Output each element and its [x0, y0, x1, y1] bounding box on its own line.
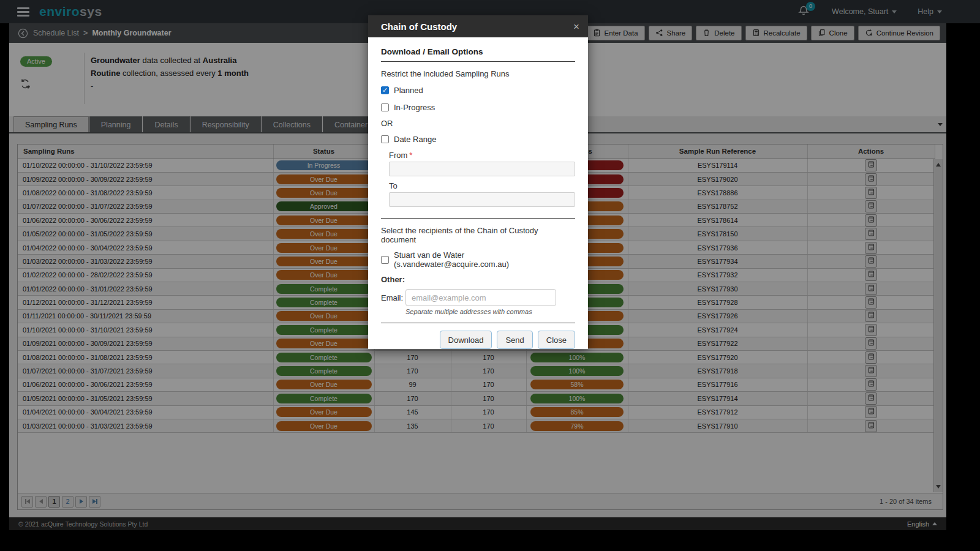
recipients-label: Select the recipients of the Chain of Cu… [381, 226, 575, 244]
dialog-header: Chain of Custody × [368, 15, 588, 37]
recipient-label: Stuart van de Water (s.vandewater@acquir… [394, 250, 575, 269]
in-progress-checkbox[interactable]: In-Progress [381, 103, 575, 112]
other-label: Other: [381, 275, 575, 284]
email-row: Email: [381, 289, 575, 306]
required-asterisk: * [409, 151, 412, 160]
chain-of-custody-dialog: Chain of Custody × Download / Email Opti… [368, 15, 588, 349]
send-button[interactable]: Send [497, 331, 532, 349]
date-range-label: Date Range [394, 135, 436, 144]
planned-label: Planned [394, 86, 423, 95]
email-field[interactable] [405, 289, 556, 306]
planned-checkbox[interactable]: Planned [381, 86, 575, 95]
or-label: OR [381, 119, 575, 128]
dialog-section-title: Download / Email Options [381, 47, 575, 56]
date-range-checkbox[interactable]: Date Range [381, 135, 575, 144]
checkbox-icon[interactable] [381, 256, 389, 264]
divider [381, 323, 575, 323]
from-label: From* [389, 151, 575, 160]
restrict-label: Restrict the included Sampling Runs [381, 69, 575, 78]
divider [381, 218, 575, 219]
dialog-body: Download / Email Options Restrict the in… [368, 47, 588, 349]
recipient-checkbox[interactable]: Stuart van de Water (s.vandewater@acquir… [381, 250, 575, 269]
to-date-input[interactable] [389, 192, 575, 207]
close-icon[interactable]: × [573, 21, 579, 32]
checkbox-icon[interactable] [381, 135, 389, 143]
from-date-input[interactable] [389, 162, 575, 176]
email-label: Email: [381, 293, 405, 302]
divider [381, 61, 575, 62]
email-note: Separate multiple addresses with commas [405, 308, 575, 315]
download-button[interactable]: Download [440, 331, 492, 349]
dialog-title: Chain of Custody [381, 21, 457, 32]
dialog-actions: Download Send Close [381, 331, 575, 349]
date-range-fields: From* To [389, 151, 575, 207]
in-progress-label: In-Progress [394, 103, 435, 112]
checkbox-icon[interactable] [381, 103, 389, 111]
to-label: To [389, 181, 575, 190]
close-button[interactable]: Close [538, 331, 575, 349]
checkbox-checked-icon[interactable] [381, 86, 389, 94]
